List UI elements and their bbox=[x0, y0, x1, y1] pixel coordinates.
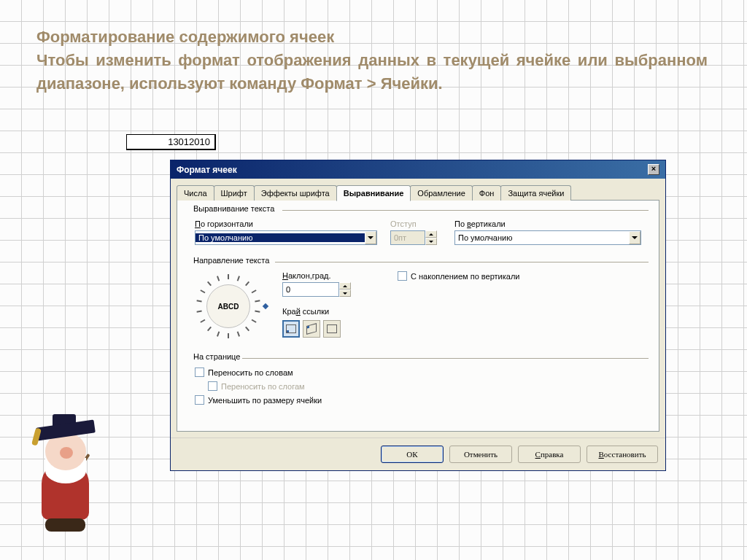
spinner-down-icon[interactable] bbox=[339, 289, 351, 297]
spinner-up-icon[interactable] bbox=[339, 282, 351, 289]
angle-label: Наклон,град. bbox=[282, 271, 363, 280]
tabs: Числа Шрифт Эффекты шрифта Выравнивание … bbox=[177, 184, 659, 200]
format-cells-dialog: Формат ячеек × Числа Шрифт Эффекты шрифт… bbox=[170, 160, 666, 471]
edge-ref-top-left[interactable] bbox=[303, 320, 320, 338]
edge-ref-bottom-left[interactable] bbox=[282, 320, 300, 338]
vertical-select[interactable]: По умолчанию bbox=[454, 230, 641, 245]
dial-text: ABCD bbox=[206, 284, 250, 328]
tab-numbers[interactable]: Числа bbox=[177, 185, 214, 201]
dialog-title: Формат ячеек bbox=[177, 165, 237, 175]
checkbox-icon bbox=[208, 381, 217, 391]
vertical-label: По вертикали bbox=[454, 219, 641, 228]
checkbox-icon bbox=[195, 395, 204, 405]
checkbox-icon bbox=[195, 368, 204, 377]
chevron-down-icon[interactable] bbox=[365, 231, 376, 244]
wrap-words-checkbox[interactable]: Переносить по словам bbox=[195, 368, 641, 377]
ok-button[interactable]: ОК bbox=[381, 446, 444, 463]
angle-spinner[interactable]: 0 bbox=[282, 282, 339, 297]
text-alignment-group: Выравнивание текста По горизонтали По ум… bbox=[187, 209, 649, 252]
spinner-down-icon bbox=[425, 238, 437, 245]
tab-font[interactable]: Шрифт bbox=[214, 185, 255, 201]
tab-protection[interactable]: Защита ячейки bbox=[500, 185, 571, 201]
horizontal-select[interactable]: По умолчанию bbox=[195, 230, 377, 245]
spreadsheet-cell: 13012010 bbox=[126, 134, 216, 150]
edge-label: Край ссылки bbox=[282, 307, 363, 316]
indent-label: Отступ bbox=[390, 219, 441, 228]
dial-indicator-icon bbox=[263, 303, 268, 309]
indent-spinner: 0пт bbox=[390, 230, 425, 245]
tab-borders[interactable]: Обрамление bbox=[410, 185, 473, 201]
page-legend: На странице bbox=[190, 352, 243, 361]
checkbox-icon bbox=[398, 271, 407, 281]
vertical-stacking-checkbox[interactable]: С накоплением по вертикали bbox=[398, 271, 519, 281]
professor-illustration bbox=[16, 411, 125, 538]
direction-legend: Направление текста bbox=[190, 256, 272, 265]
button-bar: ОК Отменить Справка Восстановить bbox=[171, 438, 665, 470]
hyphenate-checkbox: Переносить по слогам bbox=[208, 381, 641, 391]
chevron-down-icon[interactable] bbox=[629, 231, 640, 244]
close-icon[interactable]: × bbox=[648, 164, 659, 175]
edge-ref-inside[interactable] bbox=[323, 320, 341, 338]
slide-text: Форматирование содержимого ячеек Чтобы и… bbox=[36, 26, 708, 96]
slide-title: Форматирование содержимого ячеек bbox=[36, 26, 708, 49]
help-button[interactable]: Справка bbox=[518, 446, 581, 463]
titlebar[interactable]: Формат ячеек × bbox=[171, 160, 665, 179]
text-direction-group: Направление текста bbox=[187, 261, 649, 349]
reset-button[interactable]: Восстановить bbox=[587, 446, 658, 463]
tab-panel-alignment: Выравнивание текста По горизонтали По ум… bbox=[177, 200, 659, 432]
horizontal-label: По горизонтали bbox=[195, 219, 377, 228]
rotation-dial[interactable]: ABCD bbox=[196, 274, 260, 338]
cancel-button[interactable]: Отменить bbox=[449, 446, 512, 463]
spinner-up-icon bbox=[425, 230, 437, 238]
alignment-legend: Выравнивание текста bbox=[190, 204, 277, 213]
tab-alignment[interactable]: Выравнивание bbox=[336, 185, 411, 201]
tab-font-effects[interactable]: Эффекты шрифта bbox=[254, 185, 337, 201]
tab-background[interactable]: Фон bbox=[472, 185, 502, 201]
slide-body: Чтобы изменить формат отображения данных… bbox=[36, 49, 708, 96]
shrink-to-fit-checkbox[interactable]: Уменьшить по размеру ячейки bbox=[195, 395, 641, 405]
page-group: На странице Переносить по словам Перенос… bbox=[187, 357, 649, 416]
